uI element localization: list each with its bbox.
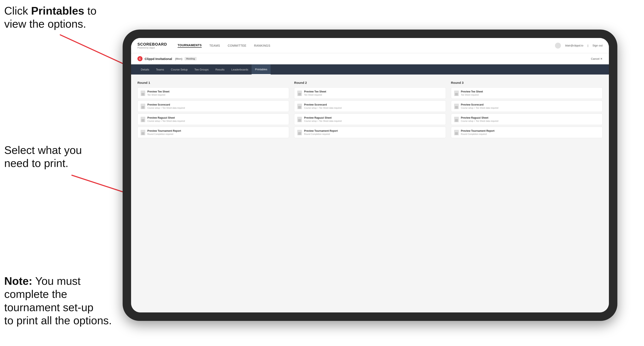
round-2-title: Round 2 bbox=[294, 81, 446, 84]
scorecard-text-r1: Preview Scorecard Course setup + Tee She… bbox=[147, 103, 286, 109]
sub-nav: Details Teams Course Setup Tee Groups Re… bbox=[131, 64, 609, 75]
raguzzi-subtitle-r1: Course setup + Tee Sheet data required bbox=[147, 120, 286, 122]
annotation-bottom: Note: You mustcomplete thetournament set… bbox=[4, 274, 112, 327]
raguzzi-text-r1: Preview Raguzzi Sheet Course setup + Tee… bbox=[147, 116, 286, 122]
scorecard-icon-r2 bbox=[297, 104, 302, 109]
nav-tournaments[interactable]: TOURNAMENTS bbox=[178, 43, 202, 48]
round-2-tee-sheet[interactable]: Preview Tee Sheet Tee Sheet required bbox=[294, 87, 446, 99]
tee-sheet-text-r3: Preview Tee Sheet Tee Sheet required bbox=[461, 90, 600, 96]
round-3-tee-sheet[interactable]: Preview Tee Sheet Tee Sheet required bbox=[451, 87, 602, 99]
round-3-raguzzi[interactable]: Preview Raguzzi Sheet Course setup + Tee… bbox=[451, 114, 602, 125]
tournament-report-icon-r3 bbox=[454, 130, 459, 135]
tournament-name: C Clippd Invitational (Men) Hosting bbox=[138, 56, 197, 61]
rounds-grid: Round 1 Preview Tee Sheet Tee Sheet requ… bbox=[138, 81, 602, 138]
round-1-tournament-report[interactable]: Preview Tournament Report Round Completi… bbox=[138, 127, 289, 138]
scorecard-icon-r1 bbox=[140, 104, 145, 109]
round-1-scorecard[interactable]: Preview Scorecard Course setup + Tee She… bbox=[138, 101, 289, 112]
tournament-report-text-r3: Preview Tournament Report Round Completi… bbox=[461, 129, 600, 135]
annotation-bold-note: Note: bbox=[4, 275, 32, 287]
scorecard-text-r3: Preview Scorecard Course setup + Tee She… bbox=[461, 103, 600, 109]
round-1-section: Round 1 Preview Tee Sheet Tee Sheet requ… bbox=[138, 81, 289, 138]
scorecard-subtitle-r1: Course setup + Tee Sheet data required bbox=[147, 107, 286, 109]
round-1-raguzzi[interactable]: Preview Raguzzi Sheet Course setup + Tee… bbox=[138, 114, 289, 125]
subnav-results[interactable]: Results bbox=[212, 64, 228, 75]
round-2-raguzzi[interactable]: Preview Raguzzi Sheet Course setup + Tee… bbox=[294, 114, 446, 125]
raguzzi-title-r3: Preview Raguzzi Sheet bbox=[461, 116, 600, 119]
scorecard-title-r3: Preview Scorecard bbox=[461, 103, 600, 106]
tee-sheet-subtitle-r2: Tee Sheet required bbox=[304, 94, 442, 96]
tournament-title: Clippd Invitational bbox=[144, 57, 172, 61]
scoreboard-title: SCOREBOARD bbox=[138, 42, 167, 47]
tournament-report-title-r2: Preview Tournament Report bbox=[304, 129, 442, 132]
round-3-scorecard[interactable]: Preview Scorecard Course setup + Tee She… bbox=[451, 101, 602, 112]
tournament-division: (Men) bbox=[175, 57, 182, 60]
round-2-section: Round 2 Preview Tee Sheet Tee Sheet requ… bbox=[294, 81, 446, 138]
tournament-report-title-r1: Preview Tournament Report bbox=[147, 129, 286, 132]
annotation-top: Click Printables toview the options. bbox=[4, 4, 96, 31]
tournament-report-text-r1: Preview Tournament Report Round Completi… bbox=[147, 129, 286, 135]
hosting-badge: Hosting bbox=[184, 57, 197, 60]
tee-sheet-subtitle-r3: Tee Sheet required bbox=[461, 94, 600, 96]
tournament-report-subtitle-r1: Round Completion required bbox=[147, 133, 286, 135]
raguzzi-icon-r1 bbox=[140, 117, 145, 122]
subnav-details[interactable]: Details bbox=[138, 64, 153, 75]
round-3-cards: Preview Tee Sheet Tee Sheet required Pre… bbox=[451, 87, 602, 138]
round-2-scorecard[interactable]: Preview Scorecard Course setup + Tee She… bbox=[294, 101, 446, 112]
round-3-title: Round 3 bbox=[451, 81, 602, 84]
subnav-teams[interactable]: Teams bbox=[153, 64, 168, 75]
scorecard-subtitle-r2: Course setup + Tee Sheet data required bbox=[304, 107, 442, 109]
tee-sheet-title-r2: Preview Tee Sheet bbox=[304, 90, 442, 93]
user-email: blair@clippd.io bbox=[565, 44, 583, 47]
raguzzi-icon-r2 bbox=[297, 117, 302, 122]
tournament-report-subtitle-r2: Round Completion required bbox=[304, 133, 442, 135]
top-nav-right: blair@clippd.io | Sign out bbox=[555, 43, 602, 48]
scorecard-title-r2: Preview Scorecard bbox=[304, 103, 442, 106]
sign-out-link[interactable]: Sign out bbox=[592, 44, 602, 47]
subnav-printables[interactable]: Printables bbox=[252, 64, 270, 75]
tee-sheet-icon-r2 bbox=[297, 91, 302, 96]
scorecard-subtitle-r3: Course setup + Tee Sheet data required bbox=[461, 107, 600, 109]
raguzzi-subtitle-r2: Course setup + Tee Sheet data required bbox=[304, 120, 442, 122]
round-3-section: Round 3 Preview Tee Sheet Tee Sheet requ… bbox=[451, 81, 602, 138]
main-content: Round 1 Preview Tee Sheet Tee Sheet requ… bbox=[131, 75, 609, 313]
round-3-tournament-report[interactable]: Preview Tournament Report Round Completi… bbox=[451, 127, 602, 138]
top-nav: SCOREBOARD Powered by clippd TOURNAMENTS… bbox=[131, 38, 609, 53]
round-2-tournament-report[interactable]: Preview Tournament Report Round Completi… bbox=[294, 127, 446, 138]
nav-teams[interactable]: TEAMS bbox=[209, 44, 220, 47]
raguzzi-title-r1: Preview Raguzzi Sheet bbox=[147, 116, 286, 119]
tournament-report-icon-r1 bbox=[140, 130, 145, 135]
scorecard-title-r1: Preview Scorecard bbox=[147, 103, 286, 106]
tee-sheet-title-r3: Preview Tee Sheet bbox=[461, 90, 600, 93]
top-nav-left: SCOREBOARD Powered by clippd TOURNAMENTS… bbox=[138, 42, 270, 49]
tournament-report-icon-r2 bbox=[297, 130, 302, 135]
tee-sheet-text-r2: Preview Tee Sheet Tee Sheet required bbox=[304, 90, 442, 96]
tournament-logo: C bbox=[138, 56, 142, 61]
subnav-course-setup[interactable]: Course Setup bbox=[168, 64, 191, 75]
tee-sheet-title-r1: Preview Tee Sheet bbox=[147, 90, 286, 93]
round-2-cards: Preview Tee Sheet Tee Sheet required Pre… bbox=[294, 87, 446, 138]
svg-line-2 bbox=[72, 175, 130, 194]
annotation-middle: Select what youneed to print. bbox=[4, 144, 82, 170]
subnav-leaderboards[interactable]: Leaderboards bbox=[228, 64, 252, 75]
subnav-tee-groups[interactable]: Tee Groups bbox=[191, 64, 212, 75]
round-1-tee-sheet[interactable]: Preview Tee Sheet Tee Sheet required bbox=[138, 87, 289, 99]
tee-sheet-icon-r1 bbox=[140, 91, 145, 96]
nav-committee[interactable]: COMMITTEE bbox=[228, 44, 246, 47]
tournament-report-title-r3: Preview Tournament Report bbox=[461, 129, 600, 132]
annotation-bold-printables: Printables bbox=[31, 5, 84, 17]
round-1-cards: Preview Tee Sheet Tee Sheet required Pre… bbox=[138, 87, 289, 138]
separator: | bbox=[588, 44, 588, 47]
raguzzi-icon-r3 bbox=[454, 117, 459, 122]
raguzzi-text-r2: Preview Raguzzi Sheet Course setup + Tee… bbox=[304, 116, 442, 122]
user-avatar bbox=[555, 43, 561, 48]
cancel-button[interactable]: Cancel ✕ bbox=[591, 57, 602, 60]
raguzzi-title-r2: Preview Raguzzi Sheet bbox=[304, 116, 442, 119]
tournament-header: C Clippd Invitational (Men) Hosting Canc… bbox=[131, 53, 609, 64]
tournament-report-subtitle-r3: Round Completion required bbox=[461, 133, 600, 135]
tee-sheet-icon-r3 bbox=[454, 91, 459, 96]
tournament-report-text-r2: Preview Tournament Report Round Completi… bbox=[304, 129, 442, 135]
scoreboard-brand: SCOREBOARD Powered by clippd bbox=[138, 42, 167, 49]
tablet-frame: SCOREBOARD Powered by clippd TOURNAMENTS… bbox=[123, 29, 617, 321]
raguzzi-text-r3: Preview Raguzzi Sheet Course setup + Tee… bbox=[461, 116, 600, 122]
nav-rankings[interactable]: RANKINGS bbox=[254, 44, 270, 47]
